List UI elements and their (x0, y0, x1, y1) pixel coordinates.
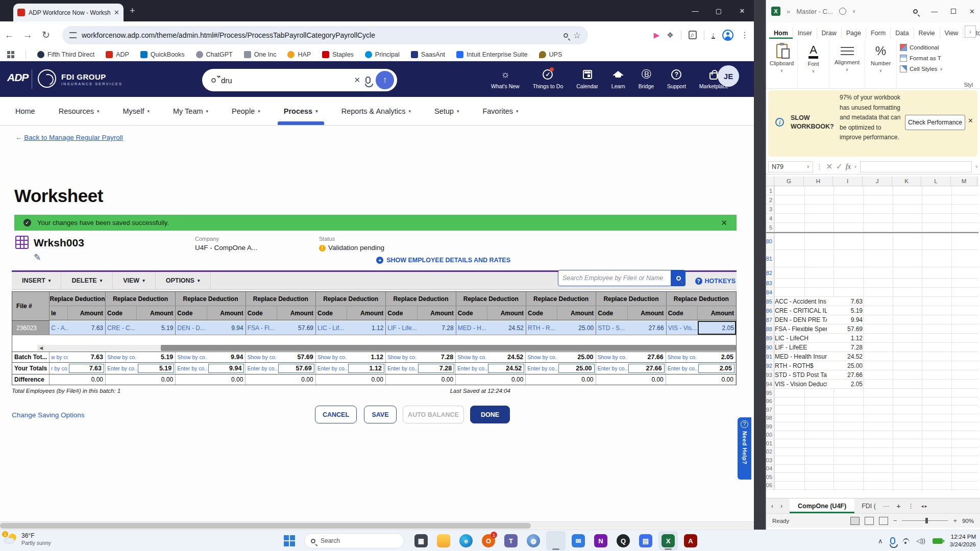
address-bar[interactable]: workforcenow.adp.com/theme/admin.html#/P… (62, 26, 588, 44)
your-total-input[interactable]: 9.94 (208, 364, 244, 373)
bookmark-item[interactable]: Principal (365, 51, 400, 58)
grid-row[interactable]: 104 (766, 465, 978, 473)
support-button[interactable]: ? Support (667, 68, 686, 89)
nav-item[interactable]: Home (15, 97, 35, 125)
cell-deduction-code[interactable]: ACC - Accident Ins (775, 297, 829, 306)
downloads-icon[interactable]: ↓ (712, 31, 716, 39)
grid-row[interactable]: 86 CRE - CRITICAL ILL EE 5.19 (766, 306, 978, 315)
grid-row[interactable]: 102 (766, 448, 978, 457)
photos-icon[interactable]: ▦ (411, 531, 431, 550)
banner-close-icon[interactable]: ✕ (721, 218, 727, 228)
deduction-cell[interactable]: DEN - D... 9.94 (176, 321, 246, 335)
bookmark-item[interactable]: Fifth Third Direct (37, 51, 94, 58)
normal-view-icon[interactable] (850, 517, 860, 525)
cancel-button[interactable]: CANCEL (315, 406, 357, 423)
tab-scroll-icons[interactable]: ◂ ▸ (921, 504, 927, 509)
sheet-ellipsis[interactable]: ··· (883, 503, 889, 510)
account-icon[interactable] (839, 8, 846, 15)
screen-search-icon[interactable]: ⌕ (689, 31, 697, 39)
bookmark-item[interactable]: QuickBooks (140, 51, 185, 58)
enter-by-code-link[interactable]: r by co... (50, 363, 68, 374)
deduction-code[interactable]: C - A... (50, 321, 68, 335)
bookmark-item[interactable]: One Inc (244, 51, 277, 58)
menu-kebab-icon[interactable]: ⋮ (741, 30, 749, 40)
deduction-cell[interactable]: VIS - Vis... 2.05 (667, 321, 736, 335)
show-by-code-link[interactable]: Show by co... (526, 352, 557, 362)
sheet-prev-icon[interactable]: ‹ (771, 503, 773, 510)
grid-row[interactable]: 80 (766, 233, 978, 250)
grid-row[interactable]: 106 (766, 482, 978, 490)
grid-row[interactable]: 81 (766, 250, 978, 267)
page-layout-view-icon[interactable] (865, 517, 874, 525)
deduction-code[interactable]: VIS - Vis... (667, 321, 698, 335)
your-total-input[interactable]: 24.52 (488, 364, 524, 373)
grid-row[interactable]: 85 ACC - Accident Ins 7.63 (766, 297, 978, 306)
deduction-amount[interactable]: 27.66 (628, 321, 666, 335)
microphone-tray-icon[interactable] (890, 537, 895, 544)
deduction-amount[interactable]: 7.28 (418, 321, 456, 335)
deduction-cell[interactable]: FSA - Fl... 57.69 (246, 321, 316, 335)
cell-deduction-amount[interactable]: 24.52 (827, 352, 863, 361)
spreadsheet-grid[interactable]: GHIJKLM 12345 80 81 82 83 84 85 ACC - Ac… (766, 177, 978, 491)
format-as-table-button[interactable]: Format as T (900, 55, 948, 62)
grid-row[interactable]: 97 (766, 406, 978, 414)
cell-deduction-code[interactable]: STD - STD Post Tax (775, 370, 833, 379)
quick-access-chevron-icon[interactable]: » (787, 8, 790, 15)
grid-row[interactable]: 89 LIC - LifeCH 1.12 (766, 334, 978, 343)
excel-close-button[interactable]: ✕ (969, 8, 975, 15)
deduction-cell[interactable]: C - A... 7.63 (50, 321, 106, 335)
whats-new-button[interactable]: ☼ What's New (491, 68, 520, 89)
show-by-code-link[interactable]: Show by co... (596, 352, 627, 362)
add-sheet-icon[interactable]: + (896, 502, 901, 510)
wifi-icon[interactable] (902, 538, 910, 543)
enter-by-code-link[interactable]: Enter by co... (666, 363, 697, 374)
cell-deduction-code[interactable]: LIF - LifeEE (775, 343, 810, 352)
voice-search-icon[interactable] (365, 77, 371, 84)
employee-row[interactable]: 236023 C - A... 7.63 CRE - C... 5.19 DEN… (12, 321, 736, 335)
grid-row[interactable]: 93 STD - STD Post Tax 27.66 (766, 370, 978, 380)
deduction-code[interactable]: STD - S... (596, 321, 627, 335)
enter-by-code-link[interactable]: Enter by co... (526, 363, 557, 374)
your-total-input[interactable]: 1.12 (348, 364, 384, 373)
excel-search-icon[interactable] (913, 9, 918, 14)
show-by-code-link[interactable]: Show by co... (246, 352, 277, 362)
nav-item[interactable]: Process ▾ (284, 97, 318, 125)
deduction-code[interactable]: LIF - Life... (386, 321, 417, 335)
scroll-left-icon[interactable]: ◀ (37, 345, 45, 351)
your-total-input[interactable]: 7.28 (418, 364, 454, 373)
row-number[interactable]: 89 (766, 334, 774, 342)
pink-extension-icon[interactable]: ▶ (654, 31, 660, 40)
grid-row[interactable]: 95 (766, 389, 978, 397)
enter-by-code-link[interactable]: Enter by co... (316, 363, 347, 374)
file-number-cell[interactable]: 236023 (12, 321, 50, 335)
deduction-code[interactable]: RTH - R... (526, 321, 557, 335)
need-help-tab[interactable]: ? Need Help? (738, 417, 751, 480)
your-total-input[interactable]: 25.00 (558, 364, 595, 373)
row-number[interactable]: 93 (766, 370, 774, 379)
deduction-cell[interactable]: CRE - C... 5.19 (106, 321, 176, 335)
deduction-code[interactable]: FSA - Fl... (246, 321, 277, 335)
deduction-code[interactable]: DEN - D... (176, 321, 207, 335)
sheet-menu-kebab-icon[interactable]: ⋮ (908, 503, 914, 510)
window-maximize-button[interactable]: ▢ (707, 0, 730, 21)
font-group[interactable]: A Font ∨ (798, 40, 829, 88)
grid-row[interactable]: 84 (766, 288, 978, 297)
your-total-input[interactable]: 5.19 (138, 364, 174, 373)
user-avatar[interactable]: JE (718, 65, 739, 87)
row-number[interactable]: 88 (766, 324, 774, 333)
row-number[interactable]: 86 (766, 306, 774, 315)
sheet-tab[interactable]: FDI ( (862, 503, 876, 510)
view-menu-button[interactable]: VIEW▾ (113, 272, 155, 289)
start-button[interactable] (284, 535, 295, 546)
ribbon-tab[interactable]: Revie (914, 28, 940, 39)
column-header[interactable]: M (951, 177, 977, 186)
deduction-amount[interactable]: 9.94 (207, 321, 246, 335)
ribbon-tab[interactable]: Inser (793, 28, 817, 39)
save-button[interactable]: SAVE (364, 406, 397, 423)
excel-maximize-button[interactable] (951, 9, 956, 14)
taskbar-search[interactable]: Search (304, 533, 404, 548)
ribbon-tab[interactable]: Page (842, 28, 866, 39)
deduction-amount[interactable]: 57.69 (277, 321, 315, 335)
conditional-formatting-button[interactable]: Conditional (900, 44, 948, 51)
scrollbar-thumb[interactable] (161, 345, 736, 351)
